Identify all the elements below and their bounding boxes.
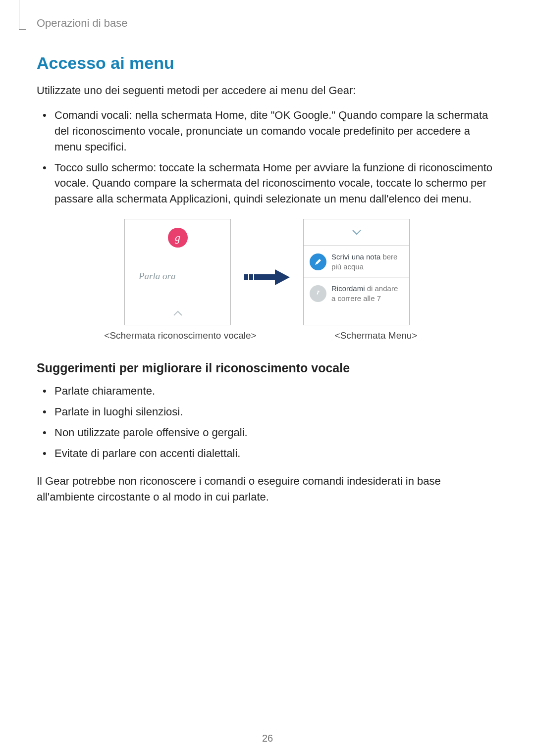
screen1-top: g [125,219,230,250]
screen1-chevron-up [125,302,230,325]
row-strong: Ricordami [331,284,365,293]
arrow-cell [240,219,294,286]
page-title: Accesso ai menu [37,53,497,73]
intro-paragraph: Utilizzate uno dei seguenti metodi per a… [37,83,497,99]
chevron-up-icon [173,310,183,316]
reminder-icon [310,285,326,302]
caption-left: <Schermata riconoscimento vocale> [101,330,260,341]
google-badge-icon: g [168,228,188,248]
pencil-icon [310,253,326,270]
caption-right: <Schermata Menu> [319,330,433,341]
svg-rect-2 [254,274,275,280]
methods-list: Comandi vocali: nella schermata Home, di… [37,107,497,207]
svg-marker-3 [275,269,290,285]
page-content: Accesso ai menu Utilizzate uno dei segue… [37,50,497,505]
figure-captions: <Schermata riconoscimento vocale> <Scher… [37,330,497,341]
list-item: Parlate chiaramente. [37,383,497,399]
list-item: Tocco sullo schermo: toccate la schermat… [37,160,497,207]
row-strong: Scrivi una nota [331,252,380,261]
arrow-right-icon [244,268,290,286]
svg-rect-0 [244,274,248,280]
screen2-chevron-down [304,219,409,245]
subheading: Suggerimenti per migliorare il riconosci… [37,361,497,375]
list-item: Parlate in luoghi silenziosi. [37,404,497,420]
menu-screen: Scrivi una nota bere più acqua Ricordami… [303,219,410,325]
page-corner-mark [19,0,26,30]
chevron-down-icon [352,229,362,235]
list-item: Non utilizzate parole offensive o gergal… [37,425,497,441]
tips-list: Parlate chiaramente. Parlate in luoghi s… [37,383,497,461]
menu-row-text: Scrivi una nota bere più acqua [331,252,403,271]
speak-now-prompt: Parla ora [125,250,230,302]
page-number: 26 [262,733,273,744]
voice-recognition-screen: g Parla ora [124,219,231,325]
closing-paragraph: Il Gear potrebbe non riconoscere i coman… [37,473,497,505]
list-item: Evitate di parlare con accenti dialettal… [37,446,497,461]
svg-rect-1 [249,274,253,280]
menu-row-text: Ricordami di andare a correre alle 7 [331,284,403,303]
breadcrumb: Operazioni di base [37,17,127,30]
menu-row-write-note: Scrivi una nota bere più acqua [304,246,409,277]
list-item: Comandi vocali: nella schermata Home, di… [37,107,497,155]
google-badge-label: g [175,231,180,244]
menu-row-reminder: Ricordami di andare a correre alle 7 [304,277,409,309]
figure-row: g Parla ora [37,219,497,325]
